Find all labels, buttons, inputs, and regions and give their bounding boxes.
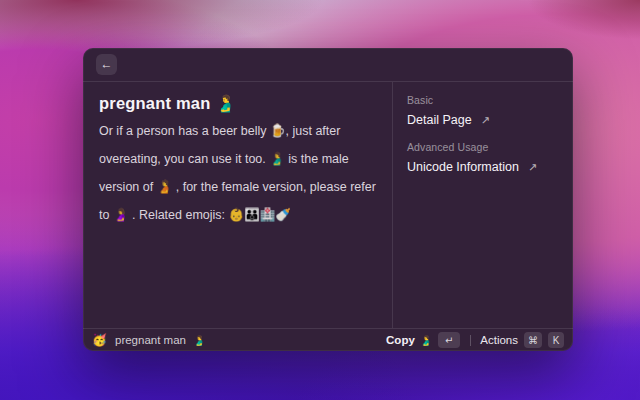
metadata-section-basic: Basic Detail Page ↗ — [407, 94, 559, 127]
status-text: pregnant man — [115, 334, 186, 346]
page-title: pregnant man 🫃 — [99, 94, 376, 113]
back-arrow-icon: ← — [101, 54, 113, 75]
section-label-basic: Basic — [407, 94, 559, 106]
copy-action-label: Copy — [386, 334, 415, 346]
copy-action-emoji: 🫃 — [420, 335, 432, 346]
link-detail-page-label: Detail Page — [407, 113, 472, 127]
app-icon: 🥳 — [92, 333, 107, 347]
link-unicode-information[interactable]: Unicode Information ↗ — [407, 160, 559, 174]
command-key[interactable]: ⌘ — [524, 332, 542, 348]
link-detail-page[interactable]: Detail Page ↗ — [407, 113, 559, 127]
link-unicode-information-label: Unicode Information — [407, 160, 519, 174]
back-button[interactable]: ← — [96, 54, 117, 75]
external-link-icon: ↗ — [481, 114, 490, 127]
window-body: pregnant man 🫃 Or if a person has a beer… — [83, 82, 573, 328]
external-link-icon: ↗ — [528, 161, 537, 174]
desktop: { "window": { "header": { "back_icon": "… — [0, 0, 640, 400]
metadata-panel: Basic Detail Page ↗ Advanced Usage Unico… — [392, 82, 573, 328]
actions-menu-label: Actions — [480, 334, 518, 346]
copy-action-button[interactable]: Copy 🫃 — [386, 334, 432, 346]
metadata-section-advanced: Advanced Usage Unicode Information ↗ — [407, 141, 559, 174]
description-text: Or if a person has a beer belly 🍺, just … — [99, 117, 376, 229]
status-emoji: 🫃 — [193, 335, 205, 346]
section-label-advanced-usage: Advanced Usage — [407, 141, 559, 153]
status-bar: 🥳 pregnant man 🫃 Copy 🫃 ↵ Actions ⌘ K — [83, 328, 573, 351]
window-header: ← — [83, 48, 573, 82]
raycast-window: ← pregnant man 🫃 Or if a person has a be… — [83, 48, 573, 351]
k-key[interactable]: K — [548, 332, 564, 348]
actions-menu-button[interactable]: Actions — [480, 334, 518, 346]
footer-divider — [470, 335, 471, 346]
enter-key[interactable]: ↵ — [438, 332, 460, 348]
detail-content: pregnant man 🫃 Or if a person has a beer… — [83, 82, 392, 328]
